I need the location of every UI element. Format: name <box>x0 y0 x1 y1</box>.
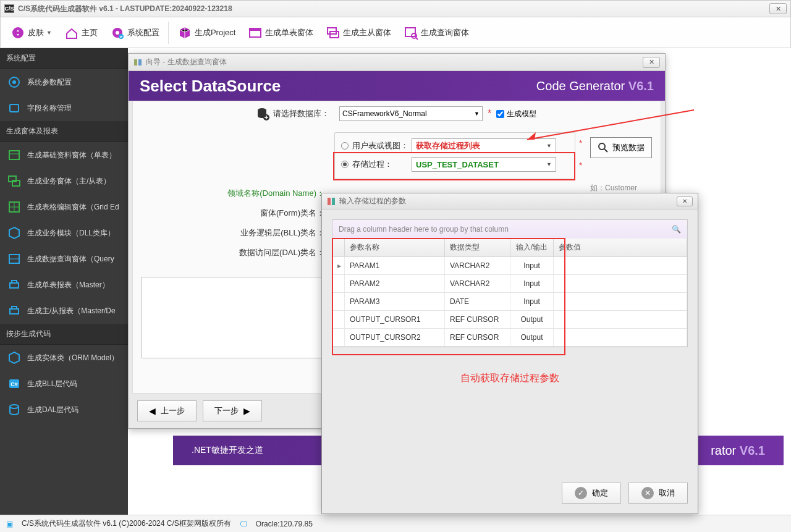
cancel-button[interactable]: ✕取消 <box>628 483 688 504</box>
table-icon <box>7 148 21 162</box>
gen-model-label: 生成模型 <box>507 109 536 119</box>
monitor-icon: 🖵 <box>240 520 247 528</box>
col-val[interactable]: 参数值 <box>554 239 687 256</box>
col-name[interactable]: 参数名称 <box>345 239 445 256</box>
svg-point-0 <box>12 27 23 38</box>
sidebar-item-md-report[interactable]: 生成主/从报表（Master/De <box>0 298 128 324</box>
sidebar-item-single-report[interactable]: 生成单表报表（Master） <box>0 272 128 298</box>
database-plus-icon <box>256 107 269 120</box>
svg-rect-38 <box>328 198 331 205</box>
cube-icon <box>177 25 192 40</box>
cell-type: REF CURSOR <box>445 311 510 328</box>
table-row[interactable]: ▸PARAM1VARCHAR2Input <box>332 257 687 275</box>
cancel-label: 取消 <box>659 488 675 499</box>
toolbar-home-label: 主页 <box>82 27 98 38</box>
preview-label: 预览数据 <box>612 142 645 153</box>
wizard-close-button[interactable]: ✕ <box>643 57 660 68</box>
dropdown-caret-icon: ▼ <box>474 111 480 117</box>
cell-io: Input <box>510 275 554 292</box>
sidebar-item-sysparam[interactable]: 系统参数配置 <box>0 69 128 95</box>
svg-rect-24 <box>12 281 17 283</box>
grid-group-bar[interactable]: Drag a column header here to group by th… <box>332 220 687 239</box>
row-indicator: ▸ <box>332 257 345 274</box>
tag-icon <box>7 101 21 115</box>
cell-val[interactable] <box>554 329 687 346</box>
csharp-icon: C# <box>7 377 21 391</box>
wizard-brand: Code Generator V6.1 <box>536 79 654 93</box>
sidebar-item-fieldname[interactable]: 字段名称管理 <box>0 95 128 121</box>
toolbar-home[interactable]: 主页 <box>59 23 103 43</box>
sidebar-item-grid-form[interactable]: 生成表格编辑窗体（Grid Ed <box>0 194 128 220</box>
next-label: 下一步 <box>214 405 239 416</box>
col-type[interactable]: 数据类型 <box>445 239 510 256</box>
cell-val[interactable] <box>554 293 687 310</box>
toolbar-gen-single-form[interactable]: 生成单表窗体 <box>243 23 318 43</box>
search-icon[interactable]: 🔍 <box>672 225 681 234</box>
param-close-button[interactable]: ✕ <box>677 196 693 206</box>
sidebar-item-label: 字段名称管理 <box>27 103 72 114</box>
sidebar-item-biz-form[interactable]: 生成业务窗体（主/从表） <box>0 168 128 194</box>
window-close-button[interactable]: ✕ <box>769 3 787 14</box>
sidebar-item-dal[interactable]: 生成DAL层代码 <box>0 397 128 423</box>
wizard-title-text: 向导 - 生成数据查询窗体 <box>146 57 227 67</box>
query-icon <box>7 252 21 266</box>
user-table-select[interactable]: 获取存储过程列表▼ <box>412 138 556 153</box>
table-row[interactable]: OUTPUT_CURSOR1REF CURSOROutput <box>332 311 687 329</box>
param-note: 自动获取存储过程参数 <box>322 372 698 385</box>
wizard-banner: Select DataSource Code Generator V6.1 <box>129 71 665 101</box>
svg-rect-14 <box>9 151 19 159</box>
svg-rect-31 <box>138 59 142 65</box>
table-row[interactable]: PARAM2VARCHAR2Input <box>332 275 687 293</box>
toolbar-gen-query-form[interactable]: 生成查询窗体 <box>399 23 474 43</box>
sidebar-item-orm[interactable]: 生成实体类（ORM Model） <box>0 345 128 371</box>
cube-icon <box>7 226 21 240</box>
next-button[interactable]: 下一步▶ <box>203 400 262 421</box>
stored-proc-select[interactable]: USP_TEST_DATASET▼ <box>412 157 556 172</box>
db-select[interactable]: CSFrameworkV6_Normal▼ <box>339 106 483 121</box>
required-marker: * <box>488 108 491 119</box>
param-title-text: 输入存储过程的参数 <box>339 196 406 206</box>
toolbar-config[interactable]: 系统配置 <box>105 23 164 43</box>
toolbar-gen-project[interactable]: 生成Project <box>172 23 240 43</box>
cell-io: Output <box>510 311 554 328</box>
sidebar-item-dll-module[interactable]: 生成业务模块（DLL类库） <box>0 220 128 246</box>
gen-model-check[interactable] <box>496 110 504 118</box>
cell-val[interactable] <box>554 311 687 328</box>
toolbar-gen-single-form-label: 生成单表窗体 <box>265 27 313 38</box>
toolbar-gen-master-detail-label: 生成主从窗体 <box>343 27 391 38</box>
gen-model-checkbox[interactable]: 生成模型 <box>496 109 536 119</box>
ok-button[interactable]: ✓确定 <box>562 483 621 504</box>
cell-type: VARCHAR2 <box>445 257 510 274</box>
prev-button[interactable]: ◀上一步 <box>137 400 197 421</box>
toolbar-skin[interactable]: 皮肤 ▼ <box>6 23 57 43</box>
sidebar-item-label: 生成基础资料窗体（单表） <box>27 150 116 161</box>
grid-header: 参数名称 数据类型 输入/输出 参数值 <box>332 239 687 257</box>
radio-stored-proc[interactable] <box>341 161 349 168</box>
radio-user-table[interactable] <box>341 142 349 150</box>
preview-data-button[interactable]: 预览数据 <box>590 137 652 158</box>
dialog-icon <box>327 197 336 206</box>
sidebar-item-label: 生成数据查询窗体（Query <box>27 254 114 264</box>
svg-point-34 <box>599 143 605 150</box>
sidebar-item-query-form[interactable]: 生成数据查询窗体（Query <box>0 246 128 272</box>
status-text: C/S系统代码生成器软件 v6.1 (C)2006-2024 C/S框架网版权所… <box>22 518 231 529</box>
cell-val[interactable] <box>554 257 687 274</box>
sidebar-item-label: 生成业务窗体（主/从表） <box>27 176 111 187</box>
col-io[interactable]: 输入/输出 <box>510 239 554 256</box>
app-titlebar: C/S C/S系统代码生成器软件 v6.1 - LASTUPDATE:20240… <box>0 0 791 17</box>
sidebar-item-bll[interactable]: C#生成BLL层代码 <box>0 371 128 397</box>
domain-label: 领域名称(Domain Name)： <box>133 188 324 199</box>
sidebar-item-basic-form[interactable]: 生成基础资料窗体（单表） <box>0 142 128 168</box>
sidebar-item-label: 生成单表报表（Master） <box>27 280 109 290</box>
cell-val[interactable] <box>554 275 687 292</box>
search-icon <box>598 142 609 153</box>
sidebar: 系统配置 系统参数配置 字段名称管理 生成窗体及报表 生成基础资料窗体（单表） … <box>0 48 128 515</box>
gear-icon <box>7 75 21 89</box>
table-row[interactable]: PARAM3DATEInput <box>332 293 687 311</box>
window-search-icon <box>404 25 418 40</box>
row-indicator <box>332 329 345 346</box>
toolbar-gen-master-detail[interactable]: 生成主从窗体 <box>321 23 396 43</box>
cell-name: OUTPUT_CURSOR2 <box>345 329 445 346</box>
table-row[interactable]: OUTPUT_CURSOR2REF CURSOROutput <box>332 329 687 347</box>
home-icon <box>64 25 79 40</box>
